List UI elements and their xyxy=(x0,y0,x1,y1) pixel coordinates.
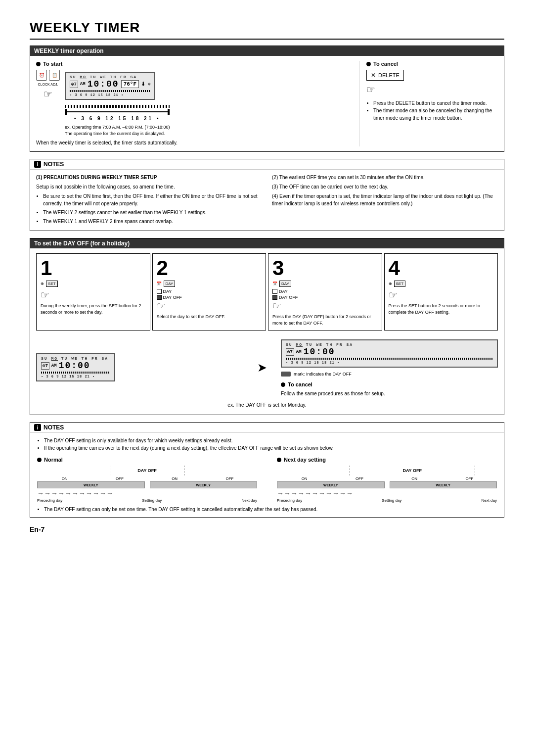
holiday-displays: SU MO TU WE TH FR SA ⊙7 AM 10:00 • 3 6 9… xyxy=(36,337,498,397)
hand-icon-step3: ☞ xyxy=(272,300,281,312)
nextday-day-next: Next day xyxy=(481,498,497,503)
notes-item-4: (4) Even if the timer operation is set, … xyxy=(272,192,498,207)
step2-desc: Select the day to set the DAY OFF. xyxy=(157,314,225,320)
timeline-text: • 3 6 9 12 15 18 21 • xyxy=(65,116,170,121)
weekly-timer-operation-section: WEEKLY timer operation To start ⏰ 📋 CLOC xyxy=(30,46,504,152)
dayoff-label-nextday: DAY OFF xyxy=(401,468,423,473)
normal-day-setting: Setting day xyxy=(142,498,162,503)
next-day-label: Next day setting xyxy=(277,457,497,463)
step4-btn: SET xyxy=(394,281,406,287)
mark-text: mark: Indicates the DAY OFF xyxy=(294,372,352,377)
holiday-display-right: SU MO TU WE TH FR SA ⊙7 AM 10:00 • 3 6 9… xyxy=(281,337,498,397)
step-number-2: 2 xyxy=(157,258,168,279)
to-cancel-holiday-desc: Follow the same procedures as those for … xyxy=(281,390,498,397)
step-2: 2 📅 DAY DAY DAY OFF ☞ Select the xyxy=(152,253,267,331)
display-temp: 76°F xyxy=(121,80,139,88)
step-3: 3 📅 DAY DAY DAY OFF ☞ Press the D xyxy=(268,253,382,331)
nextday-day-setting: Setting day xyxy=(382,498,401,503)
notes-item-2: (2) The earliest OFF time you can set is… xyxy=(272,174,498,181)
to-cancel-holiday-text: To cancel xyxy=(288,381,312,387)
notes-col-1: (1) PRECAUTIONS DURING WEEKLY TIMER SETU… xyxy=(36,174,262,227)
notes-bullet-3: The WEEKLY 1 and WEEKLY 2 time spans can… xyxy=(43,218,262,225)
example-text: ex. The DAY OFF is set for Monday. xyxy=(36,402,498,408)
display-panel-holiday-left: SU MO TU WE TH FR SA ⊙7 AM 10:00 • 3 6 9… xyxy=(36,353,115,381)
notes-col1-intro: Setup is not possible in the following c… xyxy=(36,183,262,190)
step1-desc: During the weekly timer, press the SET b… xyxy=(41,303,146,315)
checkbox-dayoff-2b xyxy=(157,295,162,300)
normal-day-prev: Preceding day xyxy=(37,498,62,503)
bullet-normal xyxy=(37,458,42,462)
notes-item-3: (3) The OFF time can be carried over to … xyxy=(272,183,498,190)
step1-btn: SET xyxy=(46,281,58,287)
check-label-2b: DAY OFF xyxy=(163,295,182,300)
to-start-col: To start ⏰ 📋 CLOCK ADJ. ☞ xyxy=(36,61,359,146)
display-panel-start: SU MO TU WE TH FR SA ⊙7 AM 10:00 76°F 🌡 … xyxy=(65,72,155,100)
step-1: 1 ⊕ SET ☞ During the weekly timer, press… xyxy=(36,253,150,331)
hand-icon-step2: ☞ xyxy=(157,300,166,312)
holiday-display-days-left: SU MO TU WE TH FR SA xyxy=(41,356,110,361)
section-header-dayoff: To set the DAY OFF (for a holiday) xyxy=(30,238,504,248)
mark-indicator: mark: Indicates the DAY OFF xyxy=(281,372,498,377)
notes-bullet-1: Be sure to set the ON time first, then t… xyxy=(43,192,262,207)
page-title: WEEKLY TIMER xyxy=(30,20,504,40)
weekly-block-normal-1: WEEKLY xyxy=(37,481,145,488)
display-scale-start: • 3 6 9 12 15 18 21 • xyxy=(70,93,150,97)
holiday-display-scale-left: • 3 6 9 12 15 18 21 • xyxy=(41,375,110,378)
cancel-notes-list: Press the DELETE button to cancel the ti… xyxy=(373,99,498,122)
notes-header-2: i NOTES xyxy=(30,423,504,433)
delete-box: ✕ DELETE xyxy=(366,70,404,81)
notes-icon-1: i xyxy=(34,161,41,168)
step4-desc: Press the SET button for 2 seconds or mo… xyxy=(389,303,494,315)
display-am: AM xyxy=(80,82,86,87)
cancel-note-1: Press the DELETE button to cancel the ti… xyxy=(373,99,498,107)
step3-desc: Press the DAY (DAY OFF) button for 2 sec… xyxy=(272,314,378,326)
final-note: The DAY OFF setting can only be set one … xyxy=(44,506,497,513)
current-day-text: The operating time for the current day i… xyxy=(65,131,170,137)
diagrams-container: Normal DAY OFF ON OFF ON OFF WEEKLY xyxy=(37,457,497,503)
hand-icon-cancel: ☞ xyxy=(366,84,498,95)
when-selected-text: When the weekly timer is selected, the t… xyxy=(36,140,353,146)
holiday-display-left: SU MO TU WE TH FR SA ⊙7 AM 10:00 • 3 6 9… xyxy=(36,351,253,383)
bullet-circle-start xyxy=(36,62,41,66)
bullet-next-day xyxy=(277,458,281,462)
step2-btn: DAY xyxy=(164,281,176,287)
page-number: En-7 xyxy=(30,525,504,533)
display-days: SU MO TU WE TH FR SA xyxy=(70,75,150,79)
notes-col-2: (2) The earliest OFF time you can set is… xyxy=(272,174,498,227)
day-off-section: To set the DAY OFF (for a holiday) 1 ⊕ S… xyxy=(30,238,504,415)
to-start-label: To start xyxy=(36,61,353,67)
notes-header-1: i NOTES xyxy=(30,159,504,170)
notes-section-2: i NOTES The DAY OFF setting is only avai… xyxy=(30,422,504,518)
holiday-display-scale-right: • 3 6 9 12 15 18 21 • xyxy=(286,361,493,365)
ex-operating: ex. Operating time 7:00 A.M. –6:00 P.M. … xyxy=(65,124,170,131)
arrow-right: ➤ xyxy=(253,361,271,375)
weekly-block-nextday-1: WEEKLY xyxy=(277,481,385,488)
notes-section-1: i NOTES (1) PRECAUTIONS DURING WEEKLY TI… xyxy=(30,159,504,231)
check-label-3a: DAY xyxy=(279,289,288,294)
notes-icon-2: i xyxy=(34,424,41,431)
display-time-start: 10:00 xyxy=(88,79,119,89)
dayoff-label-normal: DAY OFF xyxy=(136,468,158,473)
to-cancel-label: To cancel xyxy=(366,61,498,67)
diagram-next-day: Next day setting DAY OFF ON OFF ON OFF xyxy=(277,457,497,503)
normal-label: Normal xyxy=(37,457,257,463)
normal-day-next: Next day xyxy=(241,498,257,503)
bullet-circle-holiday-cancel xyxy=(281,382,285,387)
to-cancel-holiday-label: To cancel xyxy=(281,381,498,387)
cancel-note-2: The timer mode can also be canceled by c… xyxy=(373,107,498,122)
checkbox-day-2a xyxy=(157,289,162,294)
diagram-normal: Normal DAY OFF ON OFF ON OFF WEEKLY xyxy=(37,457,257,503)
notes2-bullet-1: The DAY OFF setting is only available fo… xyxy=(44,437,497,444)
nextday-day-prev: Preceding day xyxy=(277,498,302,503)
notes2-bullet-2: If the operating time carries over to th… xyxy=(44,444,497,452)
check-label-2a: DAY xyxy=(163,289,172,294)
check-label-3b: DAY OFF xyxy=(279,295,298,300)
display-panel-holiday-right: SU MO TU WE TH FR SA ⊙7 AM 10:00 • 3 6 9… xyxy=(281,339,498,368)
checkbox-dayoff-3b xyxy=(272,295,277,300)
notes-bullet-2: The WEEKLY 2 settings cannot be set earl… xyxy=(43,209,262,216)
to-cancel-col: To cancel ✕ DELETE ☞ Press the DELETE bu… xyxy=(359,61,498,146)
steps-row: 1 ⊕ SET ☞ During the weekly timer, press… xyxy=(36,253,498,331)
weekly-block-nextday-2: WEEKLY xyxy=(390,481,497,488)
step-number-4: 4 xyxy=(389,258,400,279)
hand-icon-start: ☞ xyxy=(44,88,52,100)
